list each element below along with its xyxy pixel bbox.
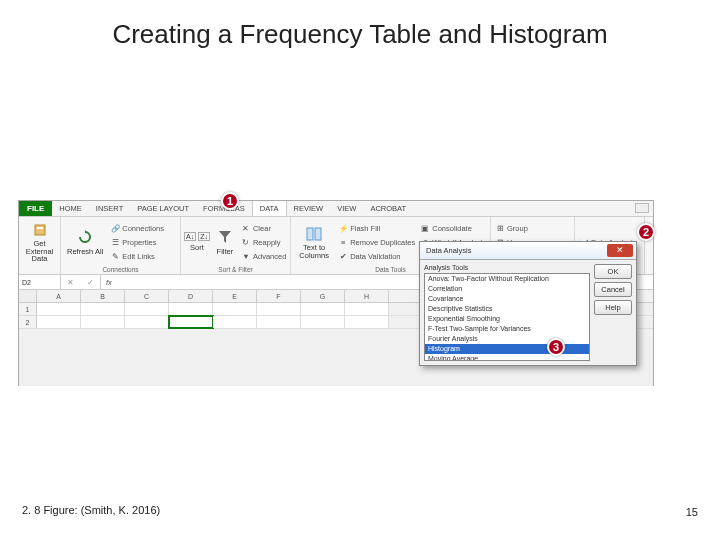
sort-filter-group-label: Sort & Filter bbox=[184, 265, 287, 273]
list-label: Analysis Tools bbox=[424, 264, 590, 271]
list-item[interactable]: Correlation bbox=[425, 284, 589, 294]
consolidate-item[interactable]: ▣Consolidate bbox=[419, 221, 487, 235]
connections-group-label: Connections bbox=[64, 265, 177, 273]
col-header[interactable]: B bbox=[81, 290, 125, 302]
refresh-all-button[interactable]: Refresh All bbox=[64, 227, 106, 257]
col-header[interactable]: D bbox=[169, 290, 213, 302]
properties-item[interactable]: ☰Properties bbox=[109, 235, 165, 249]
row-header[interactable]: 1 bbox=[19, 303, 37, 315]
svg-rect-0 bbox=[35, 225, 45, 235]
close-icon[interactable]: ✕ bbox=[607, 244, 633, 257]
tab-page-layout[interactable]: PAGE LAYOUT bbox=[130, 201, 196, 216]
dialog-title-bar[interactable]: Data Analysis ✕ bbox=[420, 242, 636, 260]
sort-desc-icon[interactable]: Z↓ bbox=[198, 232, 210, 241]
dialog-title: Data Analysis bbox=[426, 246, 471, 255]
name-box[interactable]: D2 bbox=[19, 275, 61, 289]
advanced-filter-item[interactable]: ▼Advanced bbox=[240, 249, 287, 263]
tab-data[interactable]: DATA bbox=[252, 201, 287, 216]
list-item[interactable]: Exponential Smoothing bbox=[425, 314, 589, 324]
list-item[interactable]: Covariance bbox=[425, 294, 589, 304]
tab-bar: FILE HOME INSERT PAGE LAYOUT FORMULAS DA… bbox=[19, 201, 653, 217]
tab-home[interactable]: HOME bbox=[52, 201, 89, 216]
analysis-tools-listbox[interactable]: Anova: Two-Factor Without Replication Co… bbox=[424, 273, 590, 361]
link-icon: 🔗 bbox=[110, 223, 120, 233]
select-all-corner[interactable] bbox=[19, 290, 37, 302]
svg-rect-1 bbox=[37, 227, 43, 229]
edit-links-icon: ✎ bbox=[110, 251, 120, 261]
col-header[interactable]: C bbox=[125, 290, 169, 302]
active-cell[interactable] bbox=[169, 316, 213, 328]
list-item[interactable]: F-Test Two-Sample for Variances bbox=[425, 324, 589, 334]
svg-marker-3 bbox=[219, 231, 231, 243]
fx-label[interactable]: fx bbox=[101, 278, 117, 287]
col-header[interactable]: E bbox=[213, 290, 257, 302]
page-number: 15 bbox=[686, 506, 698, 518]
col-header[interactable]: G bbox=[301, 290, 345, 302]
data-validation-item[interactable]: ✔Data Validation bbox=[337, 249, 416, 263]
tab-acrobat[interactable]: ACROBAT bbox=[363, 201, 413, 216]
user-icon[interactable] bbox=[635, 203, 649, 213]
flash-fill-item[interactable]: ⚡Flash Fill bbox=[337, 221, 416, 235]
tab-insert[interactable]: INSERT bbox=[89, 201, 130, 216]
excel-screenshot: 1 2 3 FILE HOME INSERT PAGE LAYOUT FORMU… bbox=[18, 200, 654, 386]
list-item[interactable]: Moving Average bbox=[425, 354, 589, 361]
funnel-icon bbox=[216, 228, 234, 246]
reapply-item[interactable]: ↻Reapply bbox=[240, 235, 287, 249]
help-button[interactable]: Help bbox=[594, 300, 632, 315]
text-to-columns-button[interactable]: Text to Columns bbox=[294, 224, 334, 260]
slide-title: Creating a Frequency Table and Histogram bbox=[0, 18, 720, 52]
callout-2: 2 bbox=[637, 223, 655, 241]
svg-marker-2 bbox=[85, 230, 88, 233]
callout-1: 1 bbox=[221, 192, 239, 210]
sort-button[interactable]: Sort bbox=[184, 241, 210, 253]
refresh-icon bbox=[76, 228, 94, 246]
cancel-button[interactable]: Cancel bbox=[594, 282, 632, 297]
figure-caption: 2. 8 Figure: (Smith, K. 2016) bbox=[22, 504, 160, 516]
flash-icon: ⚡ bbox=[338, 223, 348, 233]
callout-3: 3 bbox=[547, 338, 565, 356]
database-icon bbox=[31, 221, 49, 239]
get-external-data-button[interactable]: Get External Data bbox=[22, 220, 57, 264]
remove-duplicates-item[interactable]: ≡Remove Duplicates bbox=[337, 235, 416, 249]
col-header[interactable]: F bbox=[257, 290, 301, 302]
columns-icon bbox=[305, 225, 323, 243]
edit-links-item[interactable]: ✎Edit Links bbox=[109, 249, 165, 263]
properties-icon: ☰ bbox=[110, 237, 120, 247]
svg-rect-4 bbox=[307, 228, 313, 240]
svg-rect-5 bbox=[315, 228, 321, 240]
list-item[interactable]: Fourier Analysis bbox=[425, 334, 589, 344]
col-header[interactable]: H bbox=[345, 290, 389, 302]
col-header[interactable]: A bbox=[37, 290, 81, 302]
tab-view[interactable]: VIEW bbox=[330, 201, 363, 216]
row-header[interactable]: 2 bbox=[19, 316, 37, 328]
ok-button[interactable]: OK bbox=[594, 264, 632, 279]
data-analysis-dialog: Data Analysis ✕ Analysis Tools Anova: Tw… bbox=[419, 241, 637, 366]
list-item[interactable]: Anova: Two-Factor Without Replication bbox=[425, 274, 589, 284]
tab-review[interactable]: REVIEW bbox=[287, 201, 331, 216]
clear-filter-item[interactable]: ✕Clear bbox=[240, 221, 287, 235]
connections-item[interactable]: 🔗Connections bbox=[109, 221, 165, 235]
list-item[interactable]: Descriptive Statistics bbox=[425, 304, 589, 314]
group-item[interactable]: ⊞Group bbox=[494, 221, 537, 235]
file-tab[interactable]: FILE bbox=[19, 201, 52, 216]
sort-asc-icon[interactable]: A↓ bbox=[184, 232, 196, 241]
filter-button[interactable]: Filter bbox=[213, 227, 237, 257]
